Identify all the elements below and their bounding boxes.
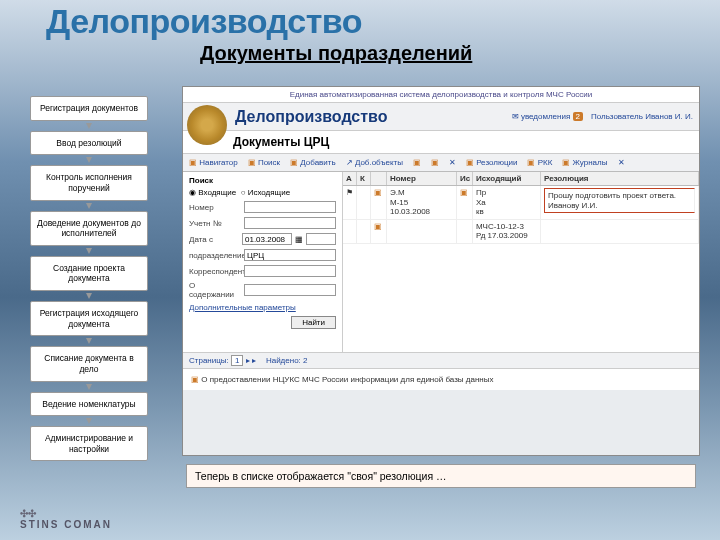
tab-journals[interactable]: ▣ Журналы [562, 158, 607, 167]
search-title: Поиск [189, 176, 336, 185]
icon-close[interactable]: ✕ [449, 158, 456, 167]
lbl-dept: подразделение [189, 251, 241, 260]
footer-logo: ✣✣ STINS COMAN [20, 508, 112, 530]
lbl-number: Номер [189, 203, 241, 212]
table-row[interactable]: ⚑ ▣ Э.ММ-1510.03.2008 ▣ ПрХакв Прошу под… [343, 186, 699, 220]
pager-found: Найдено: 2 [266, 356, 308, 365]
tab-resolutions[interactable]: ▣ Резолюции [466, 158, 518, 167]
sidebar-item-resolutions[interactable]: Ввод резолюций [30, 131, 148, 156]
slide-caption: Теперь в списке отображается "своя" резо… [186, 464, 696, 488]
tab-addmulti[interactable]: ↗ Доб.объекты [346, 158, 403, 167]
arrow-down-icon [86, 293, 92, 299]
extra-params-link[interactable]: Дополнительные параметры [189, 303, 336, 312]
flag-icon: ⚑ [343, 186, 357, 219]
arrow-down-icon [86, 418, 92, 424]
sidebar-item-archive[interactable]: Списание документа в дело [30, 346, 148, 381]
toolbar: ▣ Навигатор ▣ Поиск ▣ Добавить ↗ Доб.объ… [183, 154, 699, 172]
notify-badge: 2 [573, 112, 583, 121]
notifications-link[interactable]: ✉ уведомления 2 [512, 112, 583, 121]
resolution-highlight: Прошу подготовить проект ответа. Иванову… [544, 188, 695, 213]
lbl-corr: Корреспондент [189, 267, 241, 276]
input-uch[interactable] [244, 217, 336, 229]
lbl-uch: Учетн № [189, 219, 241, 228]
input-number[interactable] [244, 201, 336, 213]
page-title: Делопроизводство [46, 2, 362, 41]
user-label: Пользователь Иванов И. И. [591, 112, 693, 121]
sidebar-item-admin[interactable]: Администрирование и настройки [30, 426, 148, 461]
app-title: Делопроизводство [235, 108, 387, 126]
input-subj[interactable] [244, 284, 336, 296]
table-row[interactable]: ▣ МЧС-10-12-3Рд 17.03.2009 [343, 220, 699, 244]
search-button[interactable]: Найти [291, 316, 336, 329]
app-header: Делопроизводство ✉ уведомления 2 Пользов… [183, 103, 699, 131]
tab-search[interactable]: ▣ Поиск [248, 158, 280, 167]
tab-rkk[interactable]: ▣ РКК [527, 158, 552, 167]
doc-icon: ▣ [371, 186, 387, 219]
calendar-icon[interactable]: ▦ [295, 235, 303, 244]
doc-icon: ▣ [191, 375, 199, 384]
input-dept[interactable] [244, 249, 336, 261]
icon-doc[interactable]: ▣ [413, 158, 421, 167]
arrow-down-icon [86, 248, 92, 254]
arrow-down-icon [86, 123, 92, 129]
arrow-down-icon [86, 203, 92, 209]
input-corr[interactable] [244, 265, 336, 277]
pager-pages: Страницы: 1 ▸ ▸ [189, 356, 256, 365]
logo-icon: ✣✣ [20, 508, 36, 519]
sidebar-item-deliver[interactable]: Доведение документов до исполнителей [30, 211, 148, 246]
tab-navigator[interactable]: ▣ Навигатор [189, 158, 238, 167]
input-date-to[interactable] [306, 233, 336, 245]
sidebar-item-draft[interactable]: Создание проекта документа [30, 256, 148, 291]
pager: Страницы: 1 ▸ ▸ Найдено: 2 [183, 352, 699, 368]
app-top-banner: Единая автоматизированная система делопр… [183, 87, 699, 103]
lbl-subj: О содержании [189, 281, 241, 299]
page-subtitle: Документы подразделений [200, 42, 472, 65]
app-window: Единая автоматизированная система делопр… [182, 86, 700, 456]
arrow-down-icon [86, 384, 92, 390]
radio-outgoing[interactable]: ○ Исходящие [241, 188, 291, 197]
radio-incoming[interactable]: ◉ Входящие [189, 188, 236, 197]
page-1[interactable]: 1 [231, 355, 243, 366]
detail-panel: ▣ О предоставлении НЦУКС МЧС России инфо… [183, 368, 699, 390]
arrow-down-icon [86, 338, 92, 344]
list-header: АК НомерИс ИсходящийРезолюция [343, 172, 699, 186]
input-date-from[interactable] [242, 233, 292, 245]
icon-close-right[interactable]: ✕ [618, 158, 625, 167]
doc-icon: ▣ [371, 220, 387, 243]
sidebar-item-register[interactable]: Регистрация документов [30, 96, 148, 121]
sidebar-item-control[interactable]: Контроль исполнения поручений [30, 165, 148, 200]
doc-icon: ▣ [457, 186, 473, 219]
sidebar-item-outgoing[interactable]: Регистрация исходящего документа [30, 301, 148, 336]
lbl-date: Дата с [189, 235, 239, 244]
results-list: АК НомерИс ИсходящийРезолюция ⚑ ▣ Э.ММ-1… [343, 172, 699, 352]
search-panel: Поиск ◉ Входящие ○ Исходящие Номер Учетн… [183, 172, 343, 352]
tab-add[interactable]: ▣ Добавить [290, 158, 336, 167]
sidebar-item-nomenclature[interactable]: Ведение номенклатуры [30, 392, 148, 417]
icon-copy[interactable]: ▣ [431, 158, 439, 167]
section-title: Документы ЦРЦ [183, 131, 699, 154]
process-sidebar: Регистрация документов Ввод резолюций Ко… [30, 96, 148, 461]
emblem-icon [187, 105, 227, 145]
arrow-down-icon [86, 157, 92, 163]
